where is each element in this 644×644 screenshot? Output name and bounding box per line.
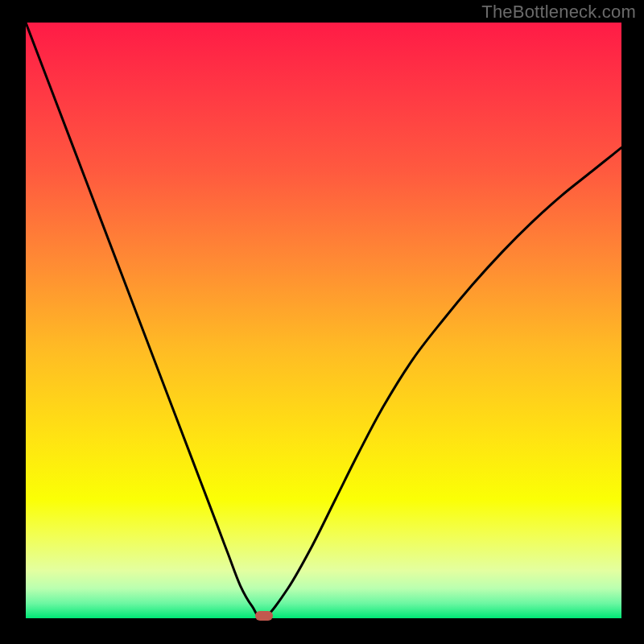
plot-svg <box>26 23 621 618</box>
plot-area <box>26 23 621 618</box>
optimum-marker <box>255 611 273 621</box>
watermark-text: TheBottleneck.com <box>481 2 636 23</box>
gradient-background <box>26 23 621 618</box>
chart-root: TheBottleneck.com <box>0 0 644 644</box>
